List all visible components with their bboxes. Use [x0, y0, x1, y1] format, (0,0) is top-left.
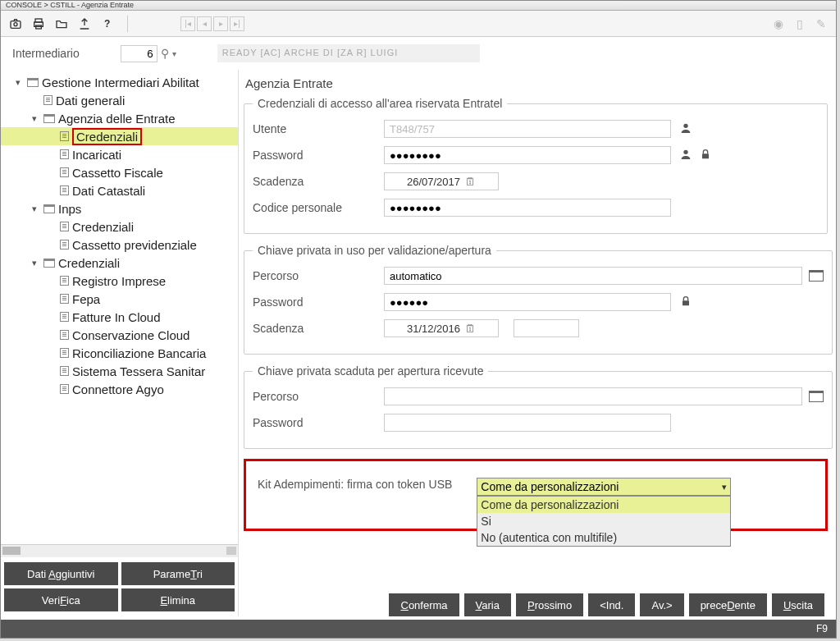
nav-first-icon[interactable]: |◂	[180, 16, 195, 31]
dati-aggiuntivi-button[interactable]: Dati Aggiuntivi	[4, 562, 118, 585]
globe-icon[interactable]: ◉	[770, 16, 787, 32]
tree-root[interactable]: ▾Gestione Intermediari Abilitat	[1, 73, 238, 91]
precedente-button[interactable]: preceDente	[689, 593, 767, 616]
tree-inps-cred[interactable]: Credenziali	[1, 217, 238, 236]
kit-options-list: Come da personalizzazioni Si No (autenti…	[477, 496, 731, 547]
utente-field[interactable]	[384, 120, 671, 138]
dropdown-small-icon[interactable]: ▾	[172, 49, 176, 58]
tree-reg-imprese[interactable]: Registro Imprese	[1, 272, 238, 290]
tree-incaricati[interactable]: Incaricati	[1, 145, 238, 163]
password-field[interactable]	[384, 146, 671, 164]
scadenza2-extra[interactable]	[514, 319, 579, 337]
status-key: F9	[816, 623, 828, 634]
edit-icon[interactable]: ✎	[813, 16, 829, 32]
password2-field[interactable]	[384, 293, 671, 311]
group-chiave-scaduta: Chiave privata scaduta per apertura rice…	[244, 364, 833, 449]
search-small-icon[interactable]: ⚲	[161, 47, 169, 60]
kit-label: Kit Adempimenti: firma con token USB	[258, 478, 452, 491]
scadenza2-label: Scadenza	[253, 322, 384, 335]
av-button[interactable]: Av.>	[640, 593, 683, 616]
ind-button[interactable]: <Ind.	[588, 593, 635, 616]
password-label: Password	[253, 149, 384, 162]
bottom-action-bar: Conferma Varia Prossimo <Ind. Av.> prece…	[389, 593, 824, 616]
tree-cons-cloud[interactable]: Conservazione Cloud	[1, 326, 238, 344]
percorso-field[interactable]	[384, 267, 802, 285]
panel-title: Agenzia Entrate	[245, 76, 828, 90]
svg-rect-8	[702, 153, 709, 158]
tree-inps[interactable]: ▾Inps	[1, 199, 238, 217]
user2-icon[interactable]	[679, 148, 692, 163]
kit-option-0[interactable]: Come da personalizzazioni	[477, 497, 730, 513]
window-title: CONSOLE > CSTILL - Agenzia Entrate	[1, 1, 836, 11]
varia-button[interactable]: Varia	[464, 593, 511, 616]
svg-point-1	[14, 22, 17, 25]
kit-selected: Come da personalizzazioni	[481, 480, 619, 493]
percorso-label: Percorso	[253, 269, 384, 282]
conferma-button[interactable]: Conferma	[389, 593, 459, 616]
codice-label: Codice personale	[253, 201, 384, 214]
tree-cred-group[interactable]: ▾Credenziali	[1, 254, 238, 272]
tree-fepa[interactable]: Fepa	[1, 290, 238, 308]
percorso3-label: Percorso	[253, 390, 384, 403]
password2-label: Password	[253, 295, 384, 309]
browse-folder-icon[interactable]	[809, 270, 824, 282]
parametri-button[interactable]: ParameTri	[121, 562, 235, 585]
status-bar: F9	[1, 620, 836, 638]
svg-point-6	[683, 123, 687, 127]
svg-rect-0	[11, 21, 21, 28]
tree-dati-catastali[interactable]: Dati Catastali	[1, 181, 238, 199]
intermediario-label: Intermediario	[12, 47, 80, 60]
nav-next-icon[interactable]: ▸	[213, 16, 228, 31]
print-icon[interactable]	[30, 16, 47, 32]
tree-dati-generali[interactable]: Dati generali	[1, 91, 238, 109]
calendar-icon[interactable]: 🗓	[465, 176, 476, 188]
user-icon[interactable]	[679, 121, 692, 137]
tree-scrollbar[interactable]	[1, 544, 238, 557]
group-credenziali: Credenziali di accesso all'area riservat…	[244, 97, 828, 234]
elimina-button[interactable]: Elimina	[121, 588, 235, 611]
kit-option-2[interactable]: No (autentica con multifile)	[477, 529, 730, 546]
help-icon[interactable]: ?	[99, 16, 116, 32]
svg-rect-9	[682, 300, 689, 305]
verifica-button[interactable]: VeriFica	[4, 588, 118, 611]
scadenza-field[interactable]: 26/07/2017🗓	[384, 172, 499, 190]
uscita-button[interactable]: Uscita	[772, 593, 824, 616]
utente-label: Utente	[253, 122, 384, 135]
tree-agenzia[interactable]: ▾Agenzia delle Entrate	[1, 109, 238, 127]
tree-fatture-cloud[interactable]: Fatture In Cloud	[1, 308, 238, 326]
kit-combobox[interactable]: Come da personalizzazioni ▾	[477, 478, 731, 496]
group-chiave-legend: Chiave privata in uso per validazione/ap…	[253, 244, 496, 257]
lock2-icon[interactable]	[679, 295, 692, 310]
percorso3-field[interactable]	[384, 387, 802, 405]
password3-field[interactable]	[384, 414, 671, 432]
svg-text:?: ?	[104, 18, 110, 30]
folder-icon[interactable]	[53, 16, 70, 32]
lock-icon[interactable]	[699, 148, 712, 163]
calendar2-icon[interactable]: 🗓	[465, 323, 476, 335]
highlighted-kit-box: Kit Adempimenti: firma con token USB Com…	[244, 459, 828, 531]
group-credenziali-legend: Credenziali di accesso all'area riservat…	[253, 97, 507, 110]
svg-point-7	[683, 149, 687, 153]
prossimo-button[interactable]: Prossimo	[516, 593, 583, 616]
tree-ric-banc[interactable]: Riconciliazione Bancaria	[1, 344, 238, 362]
kit-option-1[interactable]: Si	[477, 513, 730, 529]
codice-field[interactable]	[384, 199, 671, 217]
camera-icon[interactable]	[7, 16, 24, 32]
nav-last-icon[interactable]: ▸|	[230, 16, 244, 31]
nav-tree: ▾Gestione Intermediari Abilitat Dati gen…	[1, 73, 238, 544]
tree-credenziali[interactable]: Credenziali	[1, 127, 238, 145]
page-icon[interactable]: ▯	[792, 16, 808, 32]
upload-icon[interactable]	[76, 16, 93, 32]
nav-prev-icon[interactable]: ◂	[197, 16, 212, 31]
scadenza-label: Scadenza	[253, 175, 384, 188]
tree-tessera[interactable]: Sistema Tessera Sanitar	[1, 362, 238, 380]
scadenza2-field[interactable]: 31/12/2016🗓	[384, 319, 499, 337]
intermediario-name: READY [AC] ARCHE DI [ZA R] LUIGI	[217, 44, 480, 62]
tree-agyo[interactable]: Connettore Agyo	[1, 380, 238, 398]
browse-folder2-icon[interactable]	[809, 391, 824, 402]
group-scaduta-legend: Chiave privata scaduta per apertura rice…	[253, 364, 488, 378]
tree-cassetto-fiscale[interactable]: Cassetto Fiscale	[1, 163, 238, 181]
tree-inps-cass[interactable]: Cassetto previdenziale	[1, 236, 238, 254]
password3-label: Password	[253, 416, 384, 429]
intermediario-number[interactable]	[121, 45, 158, 62]
